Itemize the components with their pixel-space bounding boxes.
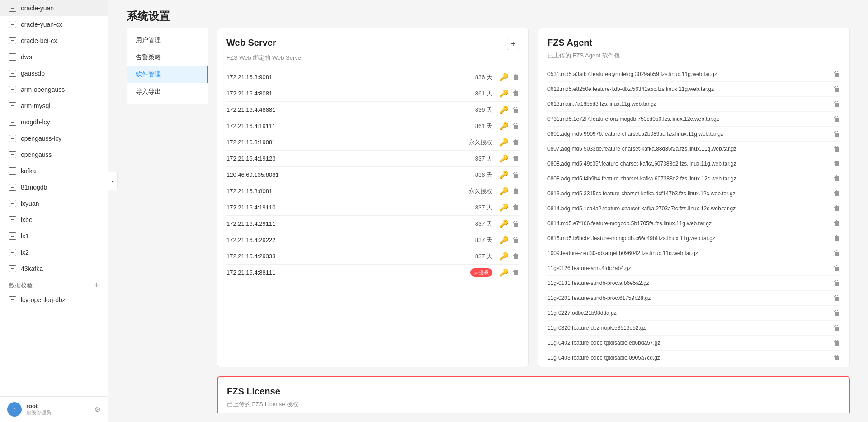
- delete-server-button[interactable]: 🗑: [512, 236, 519, 244]
- delete-agent-file-button[interactable]: 🗑: [833, 354, 840, 362]
- sidebar-item-opengauss-lcy[interactable]: opengauss-lcy: [0, 130, 108, 147]
- delete-server-button[interactable]: 🗑: [512, 73, 519, 81]
- sidebar-item-lx1[interactable]: lx1: [0, 228, 108, 244]
- nav-item-software-mgmt[interactable]: 软件管理: [127, 66, 208, 83]
- row-actions: 🔑 🗑: [500, 252, 519, 261]
- delete-server-button[interactable]: 🗑: [512, 269, 519, 277]
- delete-server-button[interactable]: 🗑: [512, 138, 519, 147]
- nav-item-user-mgmt[interactable]: 用户管理: [127, 32, 208, 49]
- delete-agent-file-button[interactable]: 🗑: [833, 85, 840, 93]
- delete-agent-file-button[interactable]: 🗑: [833, 175, 840, 183]
- delete-agent-file-button[interactable]: 🗑: [833, 70, 840, 78]
- sidebar-item-label: oracle-bei-cx: [21, 37, 57, 44]
- delete-agent-file-button[interactable]: 🗑: [833, 100, 840, 108]
- sidebar-item-arm-mysql[interactable]: arm-mysql: [0, 98, 108, 114]
- delete-server-button[interactable]: 🗑: [512, 90, 519, 98]
- delete-server-button[interactable]: 🗑: [512, 220, 519, 228]
- key-icon[interactable]: 🔑: [500, 154, 509, 163]
- key-icon[interactable]: 🔑: [500, 105, 509, 114]
- sidebar-item-label: lxyuan: [21, 200, 39, 207]
- server-address: 172.21.16.3:8081: [226, 188, 465, 194]
- delete-server-button[interactable]: 🗑: [512, 171, 519, 179]
- delete-agent-file-button[interactable]: 🗑: [833, 279, 840, 287]
- agent-file-name: 0808.adg.md5.49c35f.feature-charset-kafk…: [547, 161, 830, 167]
- sidebar-item-arm-opengauss[interactable]: arm-opengauss: [0, 81, 108, 98]
- delete-server-button[interactable]: 🗑: [512, 252, 519, 261]
- delete-agent-file-button[interactable]: 🗑: [833, 339, 840, 347]
- row-actions: 🔑 🗑: [500, 73, 519, 81]
- sidebar-item-lx2[interactable]: lx2: [0, 244, 108, 261]
- key-icon[interactable]: 🔑: [500, 73, 509, 81]
- key-icon[interactable]: 🔑: [500, 252, 509, 261]
- delete-agent-file-button[interactable]: 🗑: [833, 264, 840, 272]
- sidebar-item-opengauss[interactable]: opengauss: [0, 147, 108, 163]
- delete-server-button[interactable]: 🗑: [512, 204, 519, 212]
- key-icon[interactable]: 🔑: [500, 203, 509, 212]
- nav-item-import-export[interactable]: 导入导出: [127, 83, 208, 100]
- key-icon[interactable]: 🔑: [500, 219, 509, 228]
- sidebar-item-oracle-yuan-cx[interactable]: oracle-yuan-cx: [0, 16, 108, 33]
- agent-file-row: 11g-0126.feature-arm.4fdc7ab4.gz 🗑: [547, 261, 840, 276]
- sidebar-item-81mogdb[interactable]: 81mogdb: [0, 179, 108, 195]
- key-icon[interactable]: 🔑: [500, 171, 509, 179]
- sidebar-item-dws[interactable]: dws: [0, 49, 108, 65]
- agent-file-name: 0612.md5.e8250e.feature-ltdb-dbz.56341a5…: [547, 86, 830, 92]
- delete-server-button[interactable]: 🗑: [512, 106, 519, 114]
- add-data-verify-button[interactable]: +: [94, 281, 99, 289]
- sidebar-item-lcy-openlog-dbz[interactable]: lcy-openlog-dbz: [0, 292, 108, 308]
- delete-agent-file-button[interactable]: 🗑: [833, 130, 840, 138]
- agent-file-name: 11g-0126.feature-arm.4fdc7ab4.gz: [547, 265, 830, 271]
- delete-agent-file-button[interactable]: 🗑: [833, 160, 840, 168]
- delete-agent-file-button[interactable]: 🗑: [833, 294, 840, 302]
- sidebar-item-label: kafka: [21, 167, 36, 175]
- agent-file-row: 0531.md5.a3afb7.feature-cyrmtelog.3029ab…: [547, 67, 840, 82]
- key-icon[interactable]: 🔑: [500, 268, 509, 277]
- sidebar-item-label: opengauss-lcy: [21, 135, 61, 142]
- agent-file-name: 11g-0402.feature-odbc-tgtdisable.ed6bda5…: [547, 340, 830, 346]
- agent-file-row: 0807.adg.md5.5033de.feature-charset-kafk…: [547, 142, 840, 156]
- delete-agent-file-button[interactable]: 🗑: [833, 249, 840, 257]
- delete-agent-file-button[interactable]: 🗑: [833, 145, 840, 153]
- sidebar-item-kafka[interactable]: kafka: [0, 163, 108, 179]
- sidebar-item-oracle-bei-cx[interactable]: oracle-bei-cx: [0, 33, 108, 49]
- server-days: 861 天: [465, 90, 492, 98]
- agent-file-row: 1009.feature-zsuf30-obtarget.b096042.fzs…: [547, 246, 840, 261]
- server-row: 172.21.16.3:9081 836 天 🔑 🗑: [226, 69, 519, 85]
- sidebar-collapse-button[interactable]: ‹: [108, 172, 118, 190]
- top-panels: Web Server + FZS Web 绑定的 Web Server 172.…: [217, 28, 850, 367]
- delete-agent-file-button[interactable]: 🗑: [833, 115, 840, 123]
- key-icon[interactable]: 🔑: [500, 236, 509, 244]
- delete-server-button[interactable]: 🗑: [512, 122, 519, 130]
- sidebar-item-mogdb-lcy[interactable]: mogdb-lcy: [0, 114, 108, 130]
- sidebar-item-lxbei[interactable]: lxbei: [0, 212, 108, 228]
- main-content: 系统设置 用户管理告警策略软件管理导入导出 Web Server + FZS W…: [108, 0, 868, 422]
- delete-agent-file-button[interactable]: 🗑: [833, 309, 840, 317]
- row-actions: 🔑 🗑: [500, 187, 519, 195]
- delete-agent-file-button[interactable]: 🗑: [833, 219, 840, 228]
- add-server-button[interactable]: +: [507, 38, 519, 50]
- key-icon[interactable]: 🔑: [500, 89, 509, 98]
- delete-agent-file-button[interactable]: 🗑: [833, 234, 840, 242]
- settings-gear-icon[interactable]: ⚙: [94, 405, 101, 414]
- key-icon[interactable]: 🔑: [500, 122, 509, 130]
- agent-file-row: 0814.adg.md5.1ca4a2.feature-charset-kafk…: [547, 201, 840, 216]
- sidebar-item-oracle-yuan[interactable]: oracle-yuan: [0, 0, 108, 16]
- sidebar-item-43kafka[interactable]: 43kafka: [0, 261, 108, 277]
- delete-agent-file-button[interactable]: 🗑: [833, 324, 840, 332]
- sidebar-item-gaussdb[interactable]: gaussdb: [0, 65, 108, 81]
- agent-file-row: 11g-0402.feature-odbc-tgtdisable.ed6bda5…: [547, 336, 840, 351]
- key-icon[interactable]: 🔑: [500, 187, 509, 195]
- row-actions: 🔑 🗑: [500, 105, 519, 114]
- delete-agent-file-button[interactable]: 🗑: [833, 204, 840, 213]
- delete-server-button[interactable]: 🗑: [512, 187, 519, 195]
- fzs-license-title: FZS License: [227, 386, 280, 397]
- sidebar-item-lxyuan[interactable]: lxyuan: [0, 195, 108, 212]
- delete-server-button[interactable]: 🗑: [512, 155, 519, 163]
- server-row: 172.21.16.4:48881 836 天 🔑 🗑: [226, 102, 519, 118]
- db-icon: [9, 184, 16, 191]
- delete-agent-file-button[interactable]: 🗑: [833, 190, 840, 198]
- server-row: 172.21.16.4:19123 837 天 🔑 🗑: [226, 151, 519, 167]
- nav-item-alert-policy[interactable]: 告警策略: [127, 49, 208, 66]
- web-server-panel: Web Server + FZS Web 绑定的 Web Server 172.…: [217, 28, 529, 367]
- key-icon[interactable]: 🔑: [500, 138, 509, 147]
